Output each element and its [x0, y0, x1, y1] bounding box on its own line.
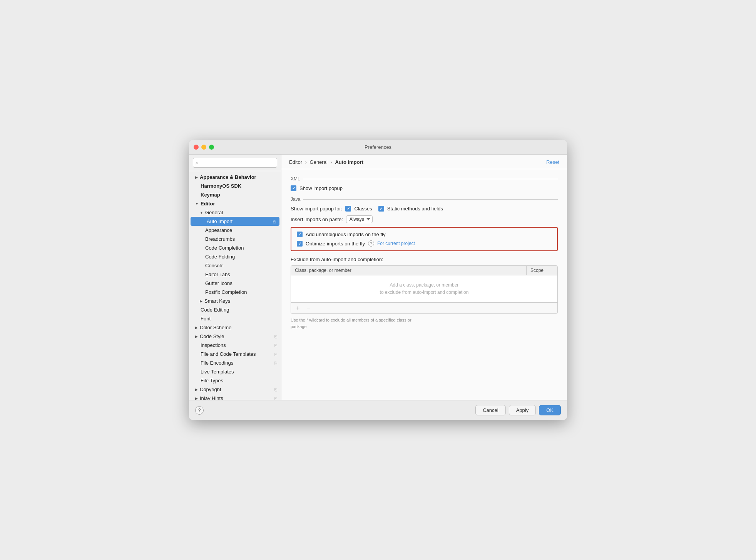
insert-imports-row: Insert imports on paste: Always Ask Neve… — [291, 215, 558, 223]
right-panel: Editor › General › Auto Import Reset XML… — [281, 155, 567, 400]
sidebar-item-label: Editor Tabs — [205, 272, 277, 277]
sidebar-item-auto-import[interactable]: Auto Import ⎘ — [191, 217, 279, 226]
copy-icon: ⎘ — [274, 352, 277, 357]
insert-imports-dropdown[interactable]: Always Ask Never — [346, 215, 373, 223]
sidebar-item-label: Postfix Completion — [205, 289, 277, 295]
sidebar-item-label: Keymap — [195, 192, 277, 198]
sidebar-item-editor-tabs[interactable]: Editor Tabs — [189, 270, 281, 279]
ok-button[interactable]: OK — [539, 405, 561, 415]
sidebar-item-file-encodings[interactable]: File Encodings ⎘ — [189, 358, 281, 367]
static-methods-label: Static methods and fields — [387, 206, 443, 212]
show-import-popup-checkbox[interactable]: ✓ — [291, 185, 296, 191]
sidebar-item-color-scheme[interactable]: ▶ Color Scheme — [189, 323, 281, 332]
sidebar-item-code-style[interactable]: ▶ Code Style ⎘ — [189, 332, 281, 341]
check-icon: ✓ — [347, 207, 350, 211]
sidebar-item-code-folding[interactable]: Code Folding — [189, 252, 281, 261]
sidebar-list: ▶ Appearance & Behavior HarmonyOS SDK Ke… — [189, 171, 281, 400]
show-import-popup-row: ✓ Show import popup — [291, 185, 558, 191]
sidebar-item-inspections[interactable]: Inspections ⎘ — [189, 341, 281, 350]
search-icon: ⌕ — [196, 160, 198, 165]
sidebar-item-label: File Encodings — [195, 360, 274, 366]
help-button[interactable]: ? — [195, 406, 204, 415]
sidebar-item-label: Auto Import — [207, 218, 273, 224]
show-import-popup-for-label: Show import popup for: — [291, 206, 342, 212]
add-unambiguous-checkbox[interactable]: ✓ — [297, 232, 303, 237]
col-scope: Scope — [527, 266, 557, 275]
sidebar-item-gutter-icons[interactable]: Gutter Icons — [189, 279, 281, 288]
sidebar-item-appearance[interactable]: Appearance — [189, 226, 281, 235]
sidebar-item-keymap[interactable]: Keymap — [189, 190, 281, 199]
highlight-box: ✓ Add unambiguous imports on the fly ✓ O… — [291, 227, 558, 251]
reset-link[interactable]: Reset — [546, 159, 559, 165]
sidebar-item-label: Inspections — [195, 342, 274, 348]
sidebar-item-harmonyos[interactable]: HarmonyOS SDK — [189, 182, 281, 190]
sidebar-item-copyright[interactable]: ▶ Copyright ⎘ — [189, 385, 281, 394]
window-title: Preferences — [365, 144, 391, 150]
static-methods-checkbox[interactable]: ✓ — [378, 206, 384, 212]
sidebar-item-editor[interactable]: ▼ Editor — [189, 199, 281, 208]
sidebar-item-font[interactable]: Font — [189, 314, 281, 323]
chevron-icon: ▶ — [195, 326, 198, 330]
breadcrumb-part-1: Editor — [289, 159, 302, 165]
sidebar-item-label: Copyright — [200, 387, 274, 392]
search-box: ⌕ — [189, 155, 281, 171]
copy-icon: ⎘ — [274, 343, 277, 348]
sidebar-item-label: HarmonyOS SDK — [195, 183, 277, 189]
sidebar-item-label: Appearance & Behavior — [200, 174, 277, 180]
apply-button[interactable]: Apply — [509, 405, 536, 415]
optimize-imports-label: Optimize imports on the fly — [306, 241, 365, 247]
cancel-button[interactable]: Cancel — [475, 405, 505, 415]
breadcrumb-part-2: General — [310, 159, 328, 165]
hint-text: Use the * wildcard to exclude all member… — [291, 317, 558, 330]
sidebar-item-label: Code Style — [200, 333, 274, 339]
help-icon[interactable]: ? — [368, 240, 374, 247]
show-import-popup-label: Show import popup — [299, 185, 343, 191]
sidebar-item-label: File Types — [195, 378, 277, 383]
preferences-window: Preferences ⌕ ▶ Appearance & Behavior Ha… — [189, 140, 567, 420]
chevron-icon: ▶ — [195, 175, 198, 179]
sidebar-item-inlay-hints[interactable]: ▶ Inlay Hints ⎘ — [189, 394, 281, 400]
sidebar-item-code-completion[interactable]: Code Completion — [189, 243, 281, 252]
chevron-icon: ▶ — [195, 397, 198, 400]
sidebar-item-code-editing[interactable]: Code Editing — [189, 305, 281, 314]
chevron-icon: ▶ — [195, 388, 198, 392]
optimize-imports-checkbox[interactable]: ✓ — [297, 241, 303, 247]
sidebar-item-console[interactable]: Console — [189, 261, 281, 270]
panel-body: XML ✓ Show import popup Java Show import… — [281, 169, 567, 400]
chevron-icon: ▼ — [200, 211, 203, 215]
remove-entry-button[interactable]: − — [305, 304, 313, 312]
main-content: ⌕ ▶ Appearance & Behavior HarmonyOS SDK … — [189, 155, 567, 400]
sidebar: ⌕ ▶ Appearance & Behavior HarmonyOS SDK … — [189, 155, 281, 400]
breadcrumb-bar: Editor › General › Auto Import Reset — [281, 155, 567, 169]
search-input[interactable] — [193, 158, 277, 168]
optimize-imports-row: ✓ Optimize imports on the fly ? For curr… — [297, 240, 552, 247]
exclude-placeholder: Add a class, package, or member to exclu… — [380, 282, 469, 296]
sidebar-item-label: Code Folding — [205, 254, 277, 260]
copy-icon: ⎘ — [274, 361, 277, 365]
sidebar-item-label: Smart Keys — [204, 298, 277, 304]
close-button[interactable] — [194, 145, 199, 150]
sidebar-item-general[interactable]: ▼ General — [189, 208, 281, 217]
xml-section-label: XML — [291, 176, 558, 182]
breadcrumb: Editor › General › Auto Import — [289, 159, 363, 165]
add-entry-button[interactable]: + — [294, 304, 302, 312]
classes-checkbox[interactable]: ✓ — [345, 206, 351, 212]
for-current-project-link[interactable]: For current project — [377, 241, 415, 246]
exclude-table-body: Add a class, package, or member to exclu… — [291, 275, 557, 302]
sidebar-item-label: Color Scheme — [200, 325, 277, 330]
sidebar-item-appearance-behavior[interactable]: ▶ Appearance & Behavior — [189, 173, 281, 182]
sidebar-item-breadcrumbs[interactable]: Breadcrumbs — [189, 235, 281, 243]
check-icon: ✓ — [298, 242, 301, 246]
sidebar-item-file-code-templates[interactable]: File and Code Templates ⎘ — [189, 350, 281, 358]
check-icon: ✓ — [380, 207, 383, 211]
sidebar-item-smart-keys[interactable]: ▶ Smart Keys — [189, 297, 281, 305]
chevron-icon: ▶ — [200, 299, 202, 303]
chevron-icon: ▼ — [195, 202, 199, 206]
sidebar-item-postfix-completion[interactable]: Postfix Completion — [189, 288, 281, 297]
minimize-button[interactable] — [201, 145, 206, 150]
sidebar-item-file-types[interactable]: File Types — [189, 376, 281, 385]
sidebar-item-label: Editor — [201, 201, 277, 207]
maximize-button[interactable] — [209, 145, 214, 150]
java-section-label: Java — [291, 197, 558, 202]
sidebar-item-live-templates[interactable]: Live Templates — [189, 367, 281, 376]
